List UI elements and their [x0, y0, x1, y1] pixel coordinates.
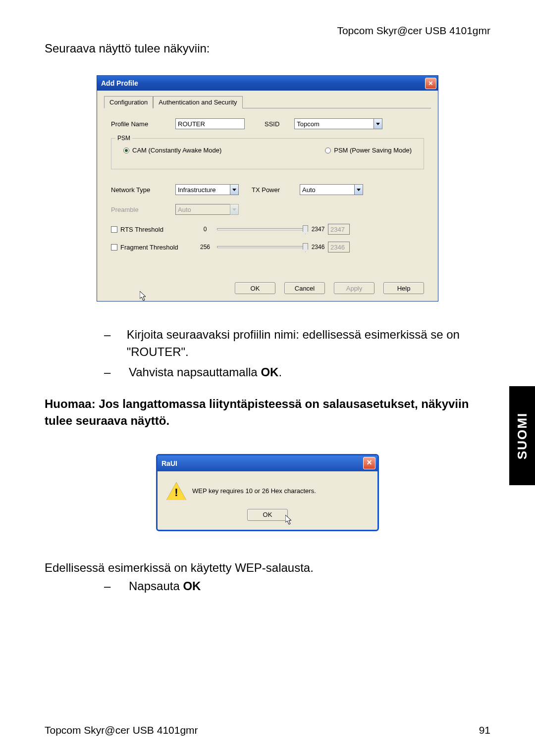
- rts-slider[interactable]: [217, 228, 306, 230]
- profile-name-label: Profile Name: [111, 120, 175, 128]
- close-icon[interactable]: ×: [363, 457, 375, 469]
- cam-radio[interactable]: CAM (Constantly Awake Mode): [123, 147, 221, 154]
- titlebar: RaUI ×: [158, 455, 377, 471]
- page-number: 91: [479, 724, 490, 736]
- warning-icon: !: [166, 482, 184, 500]
- rts-checkbox[interactable]: [111, 226, 117, 233]
- instruction-list: – Kirjoita seuraavaksi profiilin nimi: e…: [104, 326, 490, 381]
- list-text: Kirjoita seuraavaksi profiilin nimi: ede…: [127, 326, 490, 361]
- network-type-label: Network Type: [111, 186, 175, 194]
- chevron-down-icon[interactable]: [354, 184, 363, 195]
- psm-group: PSM CAM (Constantly Awake Mode) PSM (Pow…: [111, 138, 424, 169]
- frag-checkbox[interactable]: [111, 244, 117, 251]
- tab-strip: Configuration Authentication and Securit…: [104, 96, 431, 108]
- frag-label: Fragment Threshold: [120, 244, 178, 251]
- rts-label: RTS Threshold: [120, 226, 163, 233]
- add-profile-dialog: Add Profile × Configuration Authenticati…: [97, 75, 438, 302]
- ok-button[interactable]: OK: [235, 282, 275, 294]
- rts-value: [328, 224, 350, 235]
- language-tab: SUOMI: [509, 386, 535, 485]
- preamble-combo: [175, 204, 239, 215]
- network-type-input[interactable]: [175, 184, 230, 195]
- note-text: Huomaa: Jos langattomassa liityntäpistee…: [45, 396, 471, 429]
- cam-label: CAM (Constantly Awake Mode): [132, 147, 221, 154]
- tx-power-combo[interactable]: [300, 184, 363, 195]
- tx-power-input[interactable]: [300, 184, 354, 195]
- preamble-label: Preamble: [111, 206, 175, 213]
- chevron-down-icon: [230, 204, 239, 215]
- ssid-label: SSID: [265, 120, 279, 128]
- radio-icon: [123, 148, 129, 153]
- radio-icon: [325, 148, 331, 153]
- cursor-icon: [140, 291, 148, 302]
- apply-button: Apply: [334, 282, 374, 294]
- page-footer: Topcom Skyr@cer USB 4101gmr 91: [45, 724, 490, 736]
- help-button[interactable]: Help: [383, 282, 424, 294]
- rts-max: 2347: [308, 226, 328, 233]
- list-text: Vahvista napsauttamalla OK.: [129, 364, 282, 381]
- tab-authentication[interactable]: Authentication and Security: [153, 96, 242, 108]
- psm-radio[interactable]: PSM (Power Saving Mode): [325, 147, 412, 154]
- ssid-combo[interactable]: [294, 118, 382, 129]
- frag-value: [328, 242, 350, 252]
- footer-product: Topcom Skyr@cer USB 4101gmr: [45, 724, 198, 736]
- dash-icon: –: [104, 326, 127, 361]
- outro-text: Edellisessä esimerkissä on käytetty WEP-…: [45, 561, 490, 575]
- slider-thumb-icon[interactable]: [303, 243, 308, 252]
- ok-button[interactable]: OK: [247, 509, 288, 521]
- list-item: – Vahvista napsauttamalla OK.: [104, 364, 490, 381]
- frag-min: 256: [195, 244, 215, 251]
- header-product: Topcom Skyr@cer USB 4101gmr: [45, 25, 490, 37]
- ssid-input[interactable]: [294, 118, 374, 129]
- chevron-down-icon[interactable]: [230, 184, 239, 195]
- chevron-down-icon[interactable]: [374, 118, 382, 129]
- profile-name-input[interactable]: [175, 118, 245, 129]
- tab-configuration[interactable]: Configuration: [104, 96, 153, 108]
- list-item: – Napsauta OK: [104, 578, 490, 595]
- message-text: WEP key requires 10 or 26 Hex characters…: [192, 487, 316, 495]
- preamble-input: [175, 204, 230, 215]
- network-type-combo[interactable]: [175, 184, 239, 195]
- close-icon[interactable]: ×: [425, 78, 436, 89]
- frag-max: 2346: [308, 244, 328, 251]
- frag-slider[interactable]: [217, 246, 306, 248]
- dash-icon: –: [104, 364, 129, 381]
- list-item: – Kirjoita seuraavaksi profiilin nimi: e…: [104, 326, 490, 361]
- list-text: Napsauta OK: [129, 578, 201, 595]
- rts-min: 0: [195, 226, 215, 233]
- raui-dialog: RaUI × ! WEP key requires 10 or 26 Hex c…: [156, 454, 379, 531]
- slider-thumb-icon[interactable]: [303, 225, 308, 234]
- dialog-title: RaUI: [161, 459, 177, 467]
- psm-legend: PSM: [115, 135, 132, 142]
- intro-text: Seuraava näyttö tulee näkyviin:: [45, 42, 490, 55]
- titlebar: Add Profile ×: [97, 76, 438, 91]
- tx-power-label: TX Power: [252, 186, 280, 194]
- dash-icon: –: [104, 578, 129, 595]
- dialog-title: Add Profile: [101, 79, 138, 87]
- cancel-button[interactable]: Cancel: [284, 282, 325, 294]
- psm-label: PSM (Power Saving Mode): [334, 147, 412, 154]
